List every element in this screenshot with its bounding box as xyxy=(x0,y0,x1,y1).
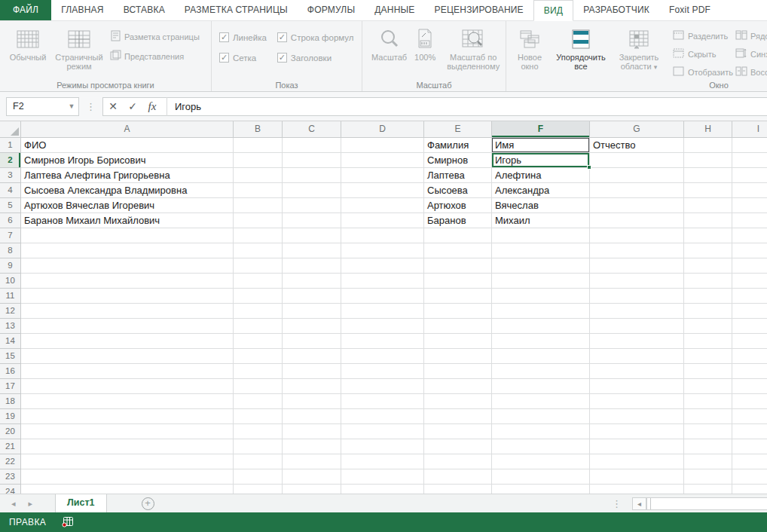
cell-I4[interactable] xyxy=(732,183,767,198)
cell-C4[interactable] xyxy=(283,183,341,198)
cell-H21[interactable] xyxy=(684,439,732,454)
tab-data[interactable]: ДАННЫЕ xyxy=(365,0,424,20)
custom-views-button[interactable]: Представления xyxy=(110,50,200,63)
row-header-17[interactable]: 17 xyxy=(0,379,21,394)
cell-A20[interactable] xyxy=(21,424,234,439)
page-break-preview-button[interactable]: Страничный режим xyxy=(51,24,107,72)
cell-A3[interactable]: Лаптева Алефтина Григорьевна xyxy=(21,168,234,183)
cell-G4[interactable] xyxy=(590,183,684,198)
row-header-18[interactable]: 18 xyxy=(0,394,21,409)
cell-E19[interactable] xyxy=(424,409,492,424)
cell-F24[interactable] xyxy=(492,485,590,494)
row-header-4[interactable]: 4 xyxy=(0,183,21,198)
column-header-C[interactable]: C xyxy=(283,121,341,138)
cell-A17[interactable] xyxy=(21,379,234,394)
cell-C3[interactable] xyxy=(283,168,341,183)
cell-F13[interactable] xyxy=(492,319,590,334)
cell-I22[interactable] xyxy=(732,454,767,469)
cell-C19[interactable] xyxy=(283,409,341,424)
cell-A10[interactable] xyxy=(21,274,234,289)
cell-A11[interactable] xyxy=(21,289,234,304)
cell-I9[interactable] xyxy=(732,258,767,274)
cell-I1[interactable] xyxy=(732,138,767,153)
cell-C17[interactable] xyxy=(283,379,341,394)
cell-H20[interactable] xyxy=(684,424,732,439)
row-header-3[interactable]: 3 xyxy=(0,168,21,183)
cell-C12[interactable] xyxy=(283,304,341,319)
cell-C10[interactable] xyxy=(283,274,341,289)
cell-D22[interactable] xyxy=(341,454,424,469)
cell-I21[interactable] xyxy=(732,439,767,454)
cell-H16[interactable] xyxy=(684,364,732,379)
cell-B7[interactable] xyxy=(234,228,283,243)
horizontal-scrollbar-thumb[interactable] xyxy=(650,498,767,509)
cell-B10[interactable] xyxy=(234,274,283,289)
cell-G2[interactable] xyxy=(590,153,684,168)
cell-I13[interactable] xyxy=(732,319,767,334)
cell-E8[interactable] xyxy=(424,243,492,258)
cell-B1[interactable] xyxy=(234,138,283,153)
cell-B2[interactable] xyxy=(234,153,283,168)
tab-foxit-pdf[interactable]: Foxit PDF xyxy=(659,0,720,20)
cell-H17[interactable] xyxy=(684,379,732,394)
cell-D13[interactable] xyxy=(341,319,424,334)
cell-E15[interactable] xyxy=(424,349,492,364)
column-header-F[interactable]: F xyxy=(492,121,590,138)
cell-D2[interactable] xyxy=(341,153,424,168)
hide-button[interactable]: Скрыть xyxy=(673,48,733,60)
cell-I18[interactable] xyxy=(732,394,767,409)
cell-I14[interactable] xyxy=(732,334,767,349)
cell-I2[interactable] xyxy=(732,153,767,168)
cell-C6[interactable] xyxy=(283,213,341,228)
cell-C24[interactable] xyxy=(283,485,341,494)
zoom-button[interactable]: Масштаб xyxy=(368,24,410,63)
formula-bar-checkbox[interactable]: ✓ Строка формул xyxy=(277,32,354,42)
row-header-16[interactable]: 16 xyxy=(0,364,21,379)
cell-D12[interactable] xyxy=(341,304,424,319)
cell-F2[interactable]: Игорь xyxy=(492,153,590,168)
cell-G9[interactable] xyxy=(590,258,684,274)
cell-C22[interactable] xyxy=(283,454,341,469)
new-window-button[interactable]: Новое окно xyxy=(511,24,549,72)
cell-C18[interactable] xyxy=(283,394,341,409)
cell-G14[interactable] xyxy=(590,334,684,349)
column-header-D[interactable]: D xyxy=(341,121,424,138)
normal-view-button[interactable]: Обычный xyxy=(5,24,51,63)
cell-B5[interactable] xyxy=(234,198,283,213)
cell-D5[interactable] xyxy=(341,198,424,213)
cell-H22[interactable] xyxy=(684,454,732,469)
cell-G17[interactable] xyxy=(590,379,684,394)
cell-E4[interactable]: Сысоева xyxy=(424,183,492,198)
cell-C20[interactable] xyxy=(283,424,341,439)
cell-H15[interactable] xyxy=(684,349,732,364)
cell-B3[interactable] xyxy=(234,168,283,183)
cell-E18[interactable] xyxy=(424,394,492,409)
cell-H5[interactable] xyxy=(684,198,732,213)
cell-G22[interactable] xyxy=(590,454,684,469)
cell-F9[interactable] xyxy=(492,258,590,274)
cell-F11[interactable] xyxy=(492,289,590,304)
cell-I24[interactable] xyxy=(732,485,767,494)
cell-I10[interactable] xyxy=(732,274,767,289)
row-header-9[interactable]: 9 xyxy=(0,258,21,274)
cell-D24[interactable] xyxy=(341,485,424,494)
cell-I3[interactable] xyxy=(732,168,767,183)
cell-G5[interactable] xyxy=(590,198,684,213)
cancel-icon[interactable]: ✕ xyxy=(103,100,123,112)
cell-D14[interactable] xyxy=(341,334,424,349)
cell-D4[interactable] xyxy=(341,183,424,198)
cell-I8[interactable] xyxy=(732,243,767,258)
cell-F17[interactable] xyxy=(492,379,590,394)
cell-D9[interactable] xyxy=(341,258,424,274)
cell-F15[interactable] xyxy=(492,349,590,364)
cell-A9[interactable] xyxy=(21,258,234,274)
cell-B16[interactable] xyxy=(234,364,283,379)
cell-E23[interactable] xyxy=(424,469,492,485)
view-side-by-side-button[interactable]: Рядом xyxy=(735,30,767,41)
cell-F10[interactable] xyxy=(492,274,590,289)
cell-C7[interactable] xyxy=(283,228,341,243)
sheet-tab-list1[interactable]: Лист1 xyxy=(55,494,106,512)
cell-I11[interactable] xyxy=(732,289,767,304)
cell-B14[interactable] xyxy=(234,334,283,349)
cell-I17[interactable] xyxy=(732,379,767,394)
